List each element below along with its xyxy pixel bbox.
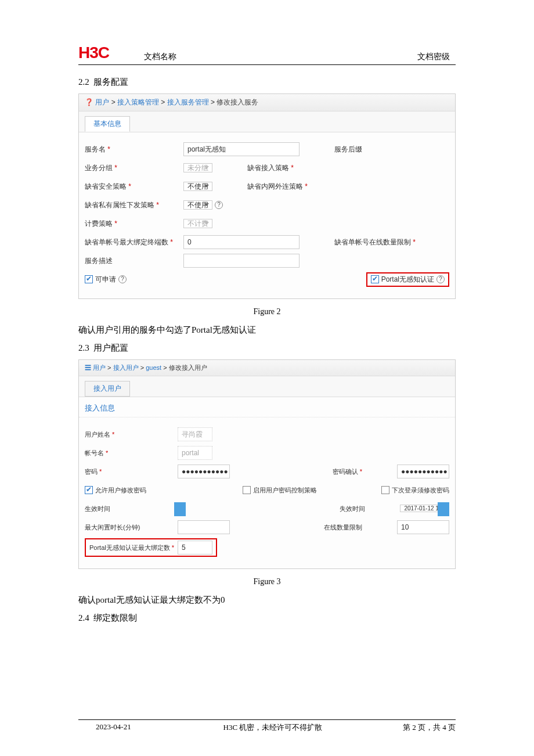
breadcrumb: ❓ 用户 > 接入策略管理 > 接入服务管理 > 修改接入服务 <box>79 94 455 111</box>
breadcrumb-link[interactable]: 接入服务管理 <box>167 98 209 106</box>
label-enable-pwd-policy: 启用用户密码控制策略 <box>253 486 317 495</box>
section-2-4: 2.4 绑定数限制 <box>78 613 456 624</box>
breadcrumb-link[interactable]: guest <box>146 364 161 371</box>
input-account[interactable]: portal <box>178 446 212 460</box>
breadcrumb-link[interactable]: 接入策略管理 <box>117 98 159 106</box>
calendar-icon[interactable] <box>174 502 186 516</box>
help-icon[interactable]: ? <box>215 201 223 209</box>
section-title: 服务配置 <box>93 77 128 87</box>
label-expire: 失效时间 <box>340 505 365 513</box>
input-password[interactable]: ●●●●●●●●●●● <box>178 465 230 478</box>
label-default-access: 缺省接入策略 <box>247 163 294 173</box>
help-icon[interactable]: ? <box>118 275 127 283</box>
label-service-name: 服务名 <box>85 145 183 154</box>
doc-footer: 2023-04-21 H3C 机密，未经许可不得扩散 第 2 页，共 4 页 <box>78 719 456 733</box>
label-billing: 计费策略 <box>85 219 183 229</box>
tab-basic-info[interactable]: 基本信息 <box>85 116 130 132</box>
text-after-figure-2: 确认用户引用的服务中勾选了Portal无感知认证 <box>78 325 456 336</box>
chevron-down-icon <box>204 166 209 169</box>
help-icon[interactable]: ? <box>436 275 445 283</box>
breadcrumb: ☰ 用户 > 接入用户 > guest > 修改接入用户 <box>79 360 455 376</box>
chevron-down-icon <box>204 222 209 225</box>
label-default-priv: 缺省私有属性下发策略 <box>85 200 183 210</box>
breadcrumb-current: 修改接入用户 <box>169 364 207 371</box>
label-max-idle: 最大闲置时长(分钟) <box>85 523 178 532</box>
input-max-idle[interactable] <box>178 520 230 534</box>
label-password-confirm: 密码确认 <box>333 467 362 476</box>
checkbox-allow-change[interactable] <box>85 486 93 494</box>
label-service-suffix: 服务后缀 <box>334 145 362 154</box>
tab-strip: 基本信息 <box>79 111 455 132</box>
footer-confidential: H3C 机密，未经许可不得扩散 <box>165 722 380 733</box>
input-portal-max-bind[interactable]: 5 <box>178 541 212 555</box>
label-default-sec: 缺省安全策略 <box>85 182 183 192</box>
logo: H3C <box>78 44 109 62</box>
text-after-figure-3: 确认portal无感知认证最大绑定数不为0 <box>78 595 456 606</box>
highlight-portal-max-bind: Portal无感知认证最大绑定数 5 <box>85 538 217 557</box>
checkbox-portal-auth[interactable] <box>371 275 379 283</box>
input-online-limit[interactable]: 10 <box>397 520 449 534</box>
highlight-portal-auth: Portal无感知认证 ? <box>366 272 449 287</box>
input-username[interactable]: 寻尚霞 <box>178 427 212 441</box>
doc-title: 文档名称 <box>144 52 417 62</box>
breadcrumb-link[interactable]: 接入用户 <box>113 364 139 371</box>
chevron-down-icon <box>204 203 209 206</box>
section-num: 2.3 <box>78 343 89 352</box>
label-password: 密码 <box>85 467 178 476</box>
breadcrumb-link[interactable]: 用户 <box>95 98 109 106</box>
input-max-bind[interactable]: 0 <box>183 235 300 249</box>
figure-2-screenshot: ❓ 用户 > 接入策略管理 > 接入服务管理 > 修改接入服务 基本信息 服务名… <box>78 93 456 299</box>
label-apply: 可申请 <box>95 275 116 285</box>
label-portal-auth: Portal无感知认证 <box>381 275 434 285</box>
section-title: 用户配置 <box>93 343 128 352</box>
section-2-3: 2.3 用户配置 <box>78 343 456 354</box>
checkbox-apply[interactable] <box>85 275 93 283</box>
label-online-limit-3: 在线数量限制 <box>324 523 362 532</box>
breadcrumb-link[interactable]: 用户 <box>93 364 106 371</box>
tab-access-user[interactable]: 接入用户 <box>85 381 130 397</box>
section-2-2: 2.2 服务配置 <box>78 77 456 88</box>
section-header-access-info: 接入信息 <box>79 397 455 417</box>
label-online-limit: 缺省单帐号在线数量限制 <box>334 237 416 247</box>
label-effective: 生效时间 <box>85 505 178 513</box>
tab-strip: 接入用户 <box>79 376 455 397</box>
label-allow-change: 允许用户修改密码 <box>95 486 146 495</box>
section-title: 绑定数限制 <box>93 613 137 622</box>
figure-2-caption: Figure 2 <box>78 307 456 316</box>
checkbox-next-login-change[interactable] <box>381 486 389 494</box>
label-desc: 服务描述 <box>85 256 183 266</box>
input-desc[interactable] <box>183 254 300 268</box>
chevron-down-icon <box>204 185 209 188</box>
doc-header: H3C 文档名称 文档密级 <box>78 44 456 65</box>
label-next-login-change: 下次登录须修改密码 <box>392 486 449 495</box>
section-num: 2.2 <box>78 77 89 87</box>
doc-security: 文档密级 <box>417 52 450 62</box>
footer-date: 2023-04-21 <box>78 722 165 733</box>
figure-3-screenshot: ☰ 用户 > 接入用户 > guest > 修改接入用户 接入用户 接入信息 用… <box>78 359 456 569</box>
label-biz-group: 业务分组 <box>85 163 183 173</box>
input-password-confirm[interactable]: ●●●●●●●●●●● <box>397 465 449 478</box>
checkbox-enable-pwd-policy[interactable] <box>243 486 251 494</box>
breadcrumb-current: 修改接入服务 <box>217 98 258 106</box>
footer-page: 第 2 页，共 4 页 <box>380 722 456 733</box>
figure-3-caption: Figure 3 <box>78 577 456 586</box>
label-default-intra: 缺省内网外连策略 <box>247 182 308 192</box>
calendar-icon[interactable] <box>438 502 449 516</box>
label-max-bind: 缺省单帐号最大绑定终端数 <box>85 237 183 247</box>
label-username: 用户姓名 <box>85 430 178 439</box>
input-service-name[interactable]: portal无感知 <box>183 142 300 156</box>
label-portal-max-bind: Portal无感知认证最大绑定数 <box>89 543 178 552</box>
list-icon: ☰ <box>85 364 91 371</box>
section-num: 2.4 <box>78 613 89 622</box>
help-icon: ❓ <box>85 98 93 106</box>
label-account: 帐号名 <box>85 449 178 458</box>
